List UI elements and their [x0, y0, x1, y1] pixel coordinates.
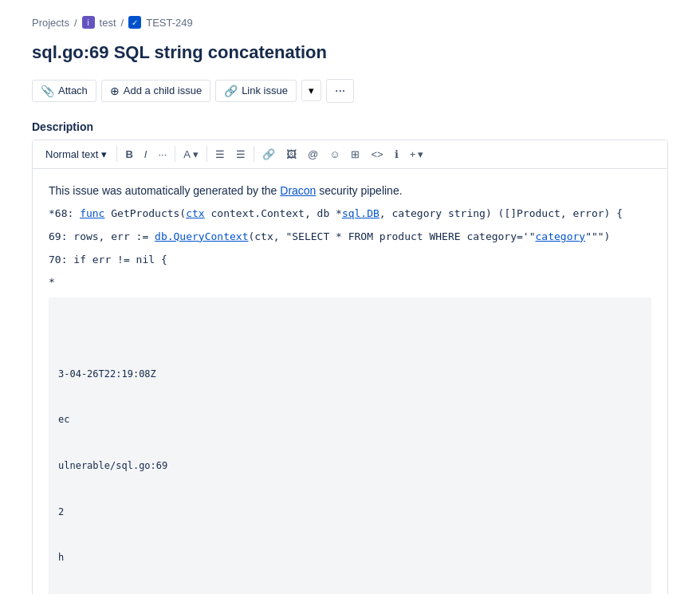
- dropdown-icon: ▾: [309, 85, 314, 96]
- link-button[interactable]: 🔗: [258, 145, 280, 163]
- category-link[interactable]: category: [536, 230, 586, 242]
- issue-icon: ✓: [128, 16, 141, 29]
- editor-container: Normal text ▾ B I ··· A ▾ ☰ ☰ 🔗 🖼: [32, 140, 668, 594]
- info-button[interactable]: ℹ: [390, 145, 403, 163]
- context-text2: , category string) ([]Product, error) {: [379, 207, 623, 219]
- editor-content[interactable]: This issue was automatically generated b…: [33, 169, 667, 594]
- link-issue-button[interactable]: 🔗 Link issue: [215, 80, 297, 102]
- text-style-dropdown[interactable]: Normal text ▾: [39, 145, 113, 163]
- toolbar-divider-2: [175, 146, 175, 162]
- db-query-link[interactable]: db.QueryContext: [155, 230, 248, 242]
- code-line-2: ec: [58, 412, 642, 427]
- more-format-icon: ···: [158, 148, 167, 160]
- link-format-icon: 🔗: [262, 148, 275, 160]
- code-line-1: 3-04-26T22:19:08Z: [58, 367, 642, 382]
- breadcrumb-projects[interactable]: Projects: [32, 17, 69, 29]
- text-color-icon: A: [183, 148, 191, 160]
- intro-text: This issue was automatically generated b…: [49, 184, 280, 197]
- bullet-list-icon: ☰: [215, 148, 225, 160]
- bold-icon: B: [125, 148, 132, 160]
- toolbar: 📎 Attach ⊕ Add a child issue 🔗 Link issu…: [32, 79, 668, 103]
- emoji-button[interactable]: ☺: [324, 145, 344, 163]
- toolbar-divider-4: [254, 146, 254, 162]
- intro-paragraph: This issue was automatically generated b…: [49, 182, 651, 199]
- child-issue-label: Add a child issue: [124, 85, 202, 96]
- code-line-4: 2: [58, 505, 642, 520]
- line68-prefix: *68:: [49, 207, 80, 219]
- ordered-list-icon: ☰: [236, 148, 246, 160]
- toolbar-dropdown-button[interactable]: ▾: [301, 80, 321, 101]
- italic-icon: I: [144, 148, 147, 160]
- attach-button[interactable]: 📎 Attach: [32, 80, 96, 102]
- add-child-issue-button[interactable]: ⊕ Add a child issue: [101, 80, 210, 102]
- breadcrumb-issue[interactable]: TEST-249: [146, 17, 193, 29]
- attach-icon: 📎: [41, 85, 54, 97]
- bold-button[interactable]: B: [120, 145, 137, 163]
- info-icon: ℹ: [395, 148, 399, 160]
- db-query2: (ctx, "SELECT * FROM product WHERE categ…: [248, 230, 535, 242]
- code-block: 3-04-26T22:19:08Z ec ulnerable/sql.go:69…: [49, 297, 651, 594]
- insert-more-icon: +: [410, 148, 416, 160]
- table-icon: ⊞: [351, 148, 360, 160]
- code-line-70: 70: if err != nil {: [49, 252, 651, 269]
- toolbar-divider-1: [116, 146, 117, 162]
- ordered-list-button[interactable]: ☰: [231, 145, 250, 163]
- mention-button[interactable]: @: [303, 145, 323, 163]
- sql-db-link[interactable]: sql.DB: [342, 207, 379, 219]
- attach-label: Attach: [58, 85, 88, 96]
- toolbar-divider-3: [206, 146, 207, 162]
- breadcrumb-project[interactable]: test: [100, 17, 116, 29]
- code-line-5: h: [58, 550, 642, 565]
- func-link[interactable]: func: [80, 207, 104, 219]
- link-icon: 🔗: [224, 85, 238, 97]
- text-style-label: Normal text: [45, 148, 98, 160]
- more-format-button[interactable]: ···: [153, 145, 171, 163]
- code-line-68: *68: func GetProducts(ctx context.Contex…: [49, 206, 651, 222]
- insert-more-dropdown-icon: ▾: [418, 148, 423, 160]
- intro-text2: security pipeline.: [316, 184, 402, 197]
- star-line: *: [49, 274, 651, 291]
- bullet-list-button[interactable]: ☰: [210, 145, 230, 163]
- dracon-link[interactable]: Dracon: [280, 184, 316, 197]
- image-button[interactable]: 🖼: [281, 145, 301, 163]
- table-button[interactable]: ⊞: [346, 145, 364, 163]
- insert-more-button[interactable]: + ▾: [405, 145, 429, 163]
- toolbar-more-button[interactable]: ···: [326, 79, 354, 103]
- emoji-icon: ☺: [329, 148, 340, 160]
- code-line-3: ulnerable/sql.go:69: [58, 458, 642, 474]
- code-icon: <>: [371, 148, 383, 160]
- more-icon: ···: [335, 84, 345, 97]
- breadcrumb: Projects / i test / ✓ TEST-249: [32, 16, 668, 29]
- project-icon: i: [82, 16, 95, 29]
- editor-toolbar: Normal text ▾ B I ··· A ▾ ☰ ☰ 🔗 🖼: [33, 140, 667, 169]
- breadcrumb-sep1: /: [74, 17, 77, 29]
- color-dropdown-icon: ▾: [193, 148, 199, 160]
- mention-icon: @: [308, 148, 318, 160]
- line69-prefix: 69: rows, err :=: [49, 230, 155, 242]
- description-section-label: Description: [32, 120, 668, 133]
- get-products-text: GetProducts(: [104, 207, 186, 219]
- image-icon: 🖼: [286, 148, 297, 160]
- child-issue-icon: ⊕: [110, 85, 120, 97]
- text-color-button[interactable]: A ▾: [179, 145, 203, 163]
- context-text: context.Context, db *: [205, 207, 342, 219]
- db-query3: """): [585, 230, 610, 242]
- ctx-link[interactable]: ctx: [186, 207, 204, 219]
- page-title: sql.go:69 SQL string concatenation: [32, 41, 668, 65]
- breadcrumb-sep2: /: [121, 17, 124, 29]
- link-issue-label: Link issue: [242, 85, 288, 96]
- code-line-69: 69: rows, err := db.QueryContext(ctx, "S…: [49, 229, 651, 246]
- italic-button[interactable]: I: [140, 145, 152, 163]
- chevron-down-icon: ▾: [101, 148, 107, 160]
- code-block-inner: 3-04-26T22:19:08Z ec ulnerable/sql.go:69…: [58, 336, 642, 594]
- code-button[interactable]: <>: [366, 145, 387, 163]
